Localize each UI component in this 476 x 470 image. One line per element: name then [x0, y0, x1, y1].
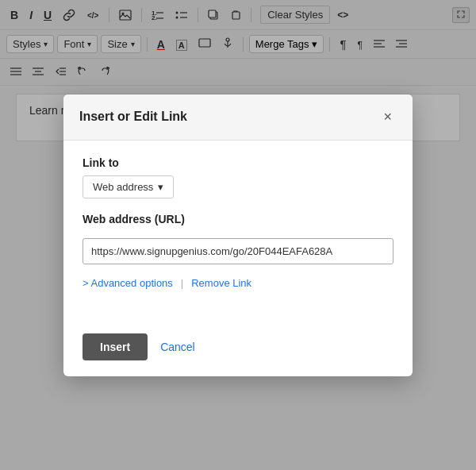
insert-edit-link-modal: Insert or Edit Link × Link to Web addres…	[63, 94, 413, 376]
link-to-arrow-icon: ▾	[158, 181, 163, 193]
advanced-options-link[interactable]: > Advanced options	[83, 277, 173, 289]
link-options: > Advanced options | Remove Link	[83, 277, 393, 289]
modal-close-button[interactable]: ×	[378, 107, 397, 127]
url-label: Web address (URL)	[83, 213, 393, 225]
insert-button[interactable]: Insert	[83, 333, 148, 360]
modal-overlay: Insert or Edit Link × Link to Web addres…	[0, 0, 476, 470]
advanced-options-label: > Advanced options	[83, 277, 173, 289]
remove-link-label: Remove Link	[191, 277, 251, 289]
pipe-separator: |	[181, 277, 183, 289]
editor-container: B I U </> 1.2. Clear Styles <>	[0, 0, 476, 470]
modal-footer: Insert Cancel	[63, 324, 413, 376]
link-to-label: Link to	[83, 156, 393, 169]
url-input[interactable]	[83, 238, 393, 264]
link-to-option: Web address	[93, 181, 153, 193]
modal-body: Link to Web address ▾ Web address (URL) …	[63, 141, 413, 324]
remove-link-button[interactable]: Remove Link	[191, 277, 251, 289]
modal-header: Insert or Edit Link ×	[63, 94, 413, 141]
url-field-group: Web address (URL)	[83, 213, 393, 264]
modal-title: Insert or Edit Link	[79, 110, 187, 124]
cancel-button[interactable]: Cancel	[160, 341, 195, 353]
link-to-dropdown[interactable]: Web address ▾	[83, 175, 174, 198]
